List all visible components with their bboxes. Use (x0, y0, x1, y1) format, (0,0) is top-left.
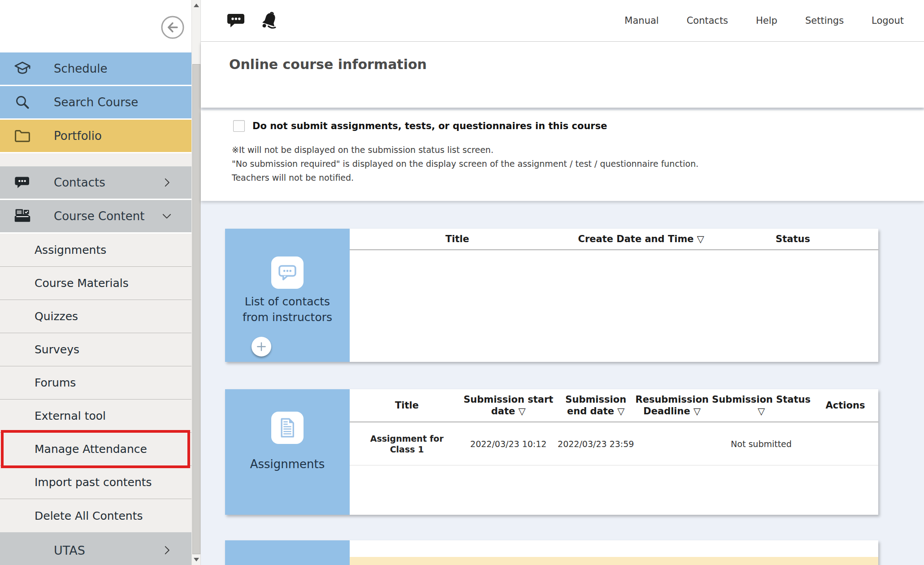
messages-button[interactable] (226, 10, 247, 33)
assignments-section: Assignments Title Submission startdate ▽… (225, 389, 878, 515)
assignment-title-cell[interactable]: Assignment for Class 1 (354, 422, 460, 465)
empty-table-body (350, 250, 878, 362)
sidebar-header (0, 0, 191, 52)
sidebar: Schedule Search Course Portfolio (0, 0, 200, 565)
add-contact-button[interactable] (252, 337, 271, 356)
sidebar-item-schedule[interactable]: Schedule (0, 52, 191, 85)
sidebar-item-contacts[interactable]: Contacts (0, 166, 191, 199)
triangle-down-icon (194, 558, 199, 561)
column-header-title: Title (350, 233, 565, 245)
folder-icon (13, 126, 32, 146)
sidebar-item-course-materials[interactable]: Course Materials (0, 267, 191, 300)
table-header-row: Title Submission startdate ▽ Submissione… (350, 389, 878, 422)
course-content-icon (13, 206, 32, 226)
column-header-create-date[interactable]: Create Date and Time ▽ (565, 233, 717, 245)
assignments-table: Title Submission startdate ▽ Submissione… (350, 389, 878, 515)
table-header-row (350, 540, 878, 557)
icon-tile (271, 256, 304, 289)
sidebar-item-label: Portfolio (54, 129, 102, 143)
do-not-submit-label: Do not submit assignments, tests, or que… (252, 121, 607, 131)
graduation-cap-icon (13, 59, 32, 78)
sidebar-item-label: Quizzes (35, 310, 78, 323)
topbar: Manual Contacts Help Settings Logout (201, 0, 924, 42)
sidebar-item-surveys[interactable]: Surveys (0, 333, 191, 366)
table-row: Assignment for Class 1 2022/03/23 10:12 … (350, 422, 878, 465)
empty-table-body (350, 465, 878, 515)
course-settings-panel: Do not submit assignments, tests, or que… (201, 110, 924, 201)
sidebar-item-label: Assignments (35, 243, 106, 256)
sidebar-divider (0, 153, 191, 166)
sidebar-item-import-past-contents[interactable]: Import past contents (0, 466, 191, 499)
table-header-row: Title Create Date and Time ▽ Status (350, 229, 878, 250)
sidebar-item-manage-attendance[interactable]: Manage Attendance (0, 433, 191, 466)
note-text: ※It will not be displayed on the submiss… (232, 145, 494, 155)
help-link[interactable]: Help (756, 15, 777, 26)
submission-status-cell: Not submitted (710, 422, 813, 465)
chat-icon (13, 173, 32, 192)
contacts-section-panel: List of contacts from instructors (225, 229, 350, 362)
scroll-up-button[interactable] (192, 0, 201, 11)
contacts-link[interactable]: Contacts (686, 15, 728, 26)
next-section-partial (225, 540, 878, 565)
scrollbar-thumb[interactable] (192, 64, 200, 554)
settings-link[interactable]: Settings (805, 15, 844, 26)
sidebar-item-label: Delete All Contents (35, 509, 143, 522)
contacts-table: Title Create Date and Time ▽ Status (350, 229, 878, 362)
notifications-button[interactable] (258, 10, 281, 34)
assignments-section-panel: Assignments (225, 389, 350, 515)
sidebar-item-label: Contacts (54, 176, 105, 189)
sidebar-item-label: External tool (35, 409, 106, 422)
chevron-down-icon (161, 210, 173, 222)
manual-link[interactable]: Manual (625, 15, 659, 26)
logout-link[interactable]: Logout (872, 15, 904, 26)
page-header: Online course information (201, 42, 924, 108)
submission-end-cell: 2022/03/23 23:59 (557, 422, 634, 465)
sidebar-item-search-course[interactable]: Search Course (0, 86, 191, 118)
sidebar-item-assignments[interactable]: Assignments (0, 234, 191, 267)
sidebar-item-label: Search Course (54, 96, 138, 109)
sidebar-item-label: Surveys (35, 343, 79, 356)
column-header-title: Title (354, 400, 460, 411)
topbar-links: Manual Contacts Help Settings Logout (625, 0, 904, 41)
section-label: Assignments (236, 456, 339, 472)
note-text: "No submission required" is displayed on… (232, 159, 698, 169)
plus-icon (256, 341, 267, 352)
sidebar-item-course-content[interactable]: Course Content (0, 200, 191, 232)
column-header-resubmission-deadline[interactable]: ResubmissionDeadline ▽ (634, 394, 710, 417)
sidebar-item-label: Course Content (54, 209, 144, 223)
chevron-right-icon (161, 177, 173, 188)
search-icon (13, 92, 32, 112)
sidebar-item-label: Manage Attendance (35, 443, 147, 456)
column-header-submission-end[interactable]: Submissionend date ▽ (557, 394, 634, 417)
do-not-submit-checkbox[interactable] (233, 120, 245, 132)
sidebar-item-label: Forums (35, 376, 76, 389)
submission-start-cell: 2022/03/23 10:12 (460, 422, 557, 465)
next-section-table (350, 540, 878, 565)
column-header-actions: Actions (813, 400, 878, 411)
column-header-submission-start[interactable]: Submission startdate ▽ (460, 394, 557, 417)
sidebar-item-label: Course Materials (35, 277, 129, 290)
sidebar-scrollbar[interactable] (191, 0, 200, 565)
sidebar-item-quizzes[interactable]: Quizzes (0, 300, 191, 333)
page-title: Online course information (229, 56, 427, 72)
main-area: Manual Contacts Help Settings Logout Onl… (200, 0, 924, 565)
scroll-down-button[interactable] (192, 554, 201, 565)
sidebar-item-delete-all-contents[interactable]: Delete All Contents (0, 499, 191, 532)
sidebar-item-external-tool[interactable]: External tool (0, 400, 191, 433)
sidebar-content: Schedule Search Course Portfolio (0, 0, 191, 565)
sidebar-item-forums[interactable]: Forums (0, 366, 191, 400)
triangle-up-icon (194, 4, 199, 7)
sidebar-item-utas[interactable]: UTAS (0, 532, 191, 565)
contacts-section: List of contacts from instructors Title … (225, 229, 878, 362)
highlighted-row (350, 557, 878, 565)
back-arrow-icon (160, 15, 185, 40)
column-header-submission-status[interactable]: Submission Status▽ (710, 394, 813, 417)
collapse-sidebar-button[interactable] (160, 15, 185, 40)
speech-bubble-outline-icon (274, 260, 300, 286)
actions-cell (813, 422, 878, 465)
chat-icon (226, 10, 247, 31)
next-section-panel (225, 540, 350, 565)
resubmission-deadline-cell (634, 422, 710, 465)
sidebar-item-label: UTAS (54, 543, 85, 557)
sidebar-item-portfolio[interactable]: Portfolio (0, 120, 191, 152)
